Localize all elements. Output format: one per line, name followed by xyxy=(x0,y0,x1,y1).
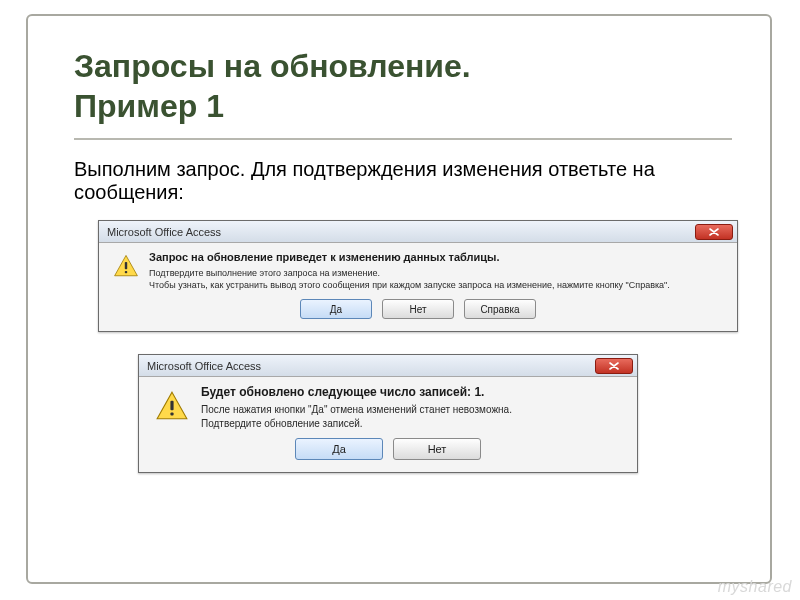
svg-rect-1 xyxy=(125,271,127,273)
dialog-update-warning: Microsoft Office Access Запрос на обновл… xyxy=(98,220,738,332)
help-button[interactable]: Справка xyxy=(464,299,536,319)
no-button[interactable]: Нет xyxy=(382,299,454,319)
close-icon[interactable] xyxy=(595,358,633,374)
dialog2-title-text: Microsoft Office Access xyxy=(147,360,595,372)
watermark-text: myshared xyxy=(718,578,792,596)
slide-frame: Запросы на обновление. Пример 1 Выполним… xyxy=(26,14,772,584)
dialog2-line1: После нажатия кнопки "Да" отмена изменен… xyxy=(201,403,625,417)
slide-title-line1: Запросы на обновление. xyxy=(74,48,471,84)
dialog1-line2: Чтобы узнать, как устранить вывод этого … xyxy=(149,279,725,291)
slide-title: Запросы на обновление. Пример 1 xyxy=(28,16,770,138)
dialog2-titlebar: Microsoft Office Access xyxy=(139,355,637,377)
svg-rect-2 xyxy=(170,401,173,411)
dialog1-button-row: Да Нет Справка xyxy=(111,291,725,327)
intro-text: Выполним запрос. Для подтверждения измен… xyxy=(28,140,770,214)
warning-icon xyxy=(113,253,139,279)
yes-button[interactable]: Да xyxy=(295,438,383,460)
close-icon[interactable] xyxy=(695,224,733,240)
dialog2-heading: Будет обновлено следующее число записей:… xyxy=(201,385,625,399)
slide-title-line2: Пример 1 xyxy=(74,88,224,124)
dialog1-titlebar: Microsoft Office Access xyxy=(99,221,737,243)
yes-button[interactable]: Да xyxy=(300,299,372,319)
dialog2-line2: Подтвердите обновление записей. xyxy=(201,417,625,431)
dialog-confirm-records: Microsoft Office Access Будет обновлено … xyxy=(138,354,638,473)
svg-rect-0 xyxy=(125,262,127,269)
warning-icon xyxy=(155,389,189,423)
dialogs-container: Microsoft Office Access Запрос на обновл… xyxy=(28,214,770,473)
dialog2-body: Будет обновлено следующее число записей:… xyxy=(139,377,637,472)
dialog2-button-row: Да Нет xyxy=(151,430,625,468)
no-button[interactable]: Нет xyxy=(393,438,481,460)
dialog1-title-text: Microsoft Office Access xyxy=(107,226,695,238)
svg-rect-3 xyxy=(170,413,173,416)
dialog1-line1: Подтвердите выполнение этого запроса на … xyxy=(149,267,725,279)
dialog1-body: Запрос на обновление приведет к изменени… xyxy=(99,243,737,331)
dialog1-heading: Запрос на обновление приведет к изменени… xyxy=(149,251,725,263)
